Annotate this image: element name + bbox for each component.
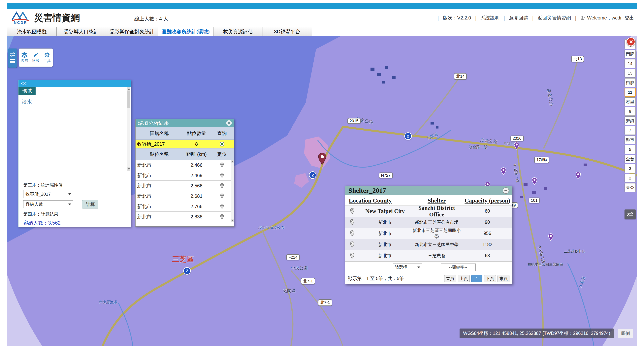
panel-collapse-button[interactable]: <<	[18, 80, 131, 87]
shelter-pin[interactable]	[514, 142, 520, 151]
panel-scrollbar[interactable]	[127, 87, 130, 171]
point-name: 新北市	[136, 162, 183, 168]
town-buildings	[520, 164, 587, 198]
filter-select[interactable]: 請選擇	[393, 264, 422, 271]
rows-scrollbar[interactable]	[231, 160, 234, 222]
place-label: SANJ	[504, 142, 514, 146]
nav-tab[interactable]: 避難收容所統計(環域)	[158, 27, 213, 36]
col-query: 查詢	[210, 127, 234, 140]
zoom-level-button[interactable]: 11	[624, 88, 636, 96]
page-button[interactable]: 首頁	[444, 275, 456, 282]
zoom-level-button[interactable]: 3	[624, 164, 636, 173]
col-point-name: 點位名稱	[136, 148, 183, 160]
zoom-level-button[interactable]: 東亞	[624, 183, 636, 192]
shelter-pin[interactable]	[500, 167, 506, 176]
welcome-text: Welcome，wcdr	[587, 15, 622, 21]
sidebar-collapse-button[interactable]	[8, 48, 17, 68]
point-row: 新北市 2.466	[136, 160, 234, 170]
shelter-pin[interactable]	[548, 233, 554, 242]
zoom-level-button[interactable]: 鄉鎮	[624, 116, 636, 125]
page-title: 災害情資網	[34, 12, 80, 24]
zoom-level-button[interactable]: 5	[624, 145, 636, 154]
attribute-select[interactable]: 容納人數	[23, 200, 73, 208]
shelter-pin[interactable]	[575, 172, 581, 180]
zoom-level-button[interactable]: 7	[624, 126, 636, 135]
shelter-pin[interactable]	[532, 177, 538, 186]
header-link[interactable]: 意見回饋	[500, 15, 528, 21]
scroll-thumb[interactable]	[128, 91, 130, 108]
buffer-panel: << 環域 淡水 第三步：統計屬性值 收容所_2017 容納人數 計算 第四步：…	[18, 80, 131, 227]
scroll-down-button[interactable]	[127, 167, 130, 170]
shelter-table-row: 新北市 新北市立三芝國民中學 1182	[345, 239, 512, 250]
zoom-level-button[interactable]: 14	[624, 59, 636, 68]
locate-pin-icon[interactable]	[210, 204, 234, 209]
shelter-popup-title: Shelter_2017	[348, 187, 386, 194]
keyword-input[interactable]	[441, 264, 476, 271]
calculate-button[interactable]: 計算	[82, 200, 98, 208]
locate-pin-icon[interactable]	[210, 214, 234, 220]
zoom-level-button[interactable]: 9	[624, 107, 636, 116]
selected-layer-row[interactable]: 收容所_2017 8	[136, 140, 234, 148]
zoom-level-button[interactable]: 全台	[624, 154, 636, 163]
shelter-capacity: 60	[462, 208, 512, 214]
location-pin-icon[interactable]	[345, 252, 359, 259]
layer-select[interactable]: 收容所_2017	[23, 190, 73, 198]
location-pin-icon[interactable]	[345, 208, 359, 214]
close-map-button[interactable]	[626, 37, 635, 46]
zoom-level-button[interactable]: 13	[624, 69, 636, 78]
shelter-header-row: Location County Shelter Capacity (person…	[345, 195, 512, 206]
locate-pin-icon[interactable]	[210, 173, 234, 178]
close-icon[interactable]	[226, 120, 232, 126]
zoom-level-button[interactable]: 門牌	[624, 50, 636, 58]
shelter-footer: 顯示第：1 至 5筆，共：5筆 首頁上頁1下頁末頁	[345, 273, 512, 284]
gear-icon	[44, 52, 50, 58]
shelter-table-row: 新北市 新北市三芝區公有市場 90	[345, 217, 512, 228]
locate-pin-icon[interactable]	[210, 194, 234, 199]
minimize-icon[interactable]	[503, 188, 509, 194]
locate-pin-icon[interactable]	[210, 162, 234, 168]
page-button[interactable]: 1	[471, 275, 482, 282]
harbor-label: 六塊厝漁港	[98, 300, 118, 305]
zoom-level-button[interactable]: 縣市	[624, 136, 636, 144]
logout-link[interactable]: 登出	[624, 15, 634, 21]
tools-tool[interactable]: 工具	[43, 52, 51, 64]
location-pin-icon[interactable]	[345, 230, 359, 236]
draw-tool[interactable]: 繪製	[32, 52, 40, 64]
zoom-level-button[interactable]: 街廓	[624, 78, 636, 87]
map-canvas[interactable]: 三芝區 淡金公路 淡金公路 淡金公路 八連溪 八連溪 淡金路一段 SANJ 中山…	[7, 36, 637, 346]
legend-button[interactable]: 圖例	[618, 329, 633, 338]
layer-count: 8	[183, 141, 210, 147]
area-item-tamsui[interactable]: 淡水	[22, 98, 32, 105]
nav-tab[interactable]: 淹水範圍模擬	[7, 27, 56, 36]
basemap-swap-button[interactable]	[624, 210, 636, 219]
scroll-down-button[interactable]	[231, 219, 234, 222]
highway-2-shield: 2	[183, 267, 191, 275]
shelter-popup: Shelter_2017 Location County Shelter Cap…	[345, 186, 512, 284]
nav-tab[interactable]: 受影響人口統計	[56, 27, 106, 36]
page-button[interactable]: 下頁	[484, 275, 496, 282]
shelter-county: 新北市	[359, 253, 411, 259]
locate-pin-icon[interactable]	[210, 183, 234, 188]
zoom-level-button[interactable]: 2	[624, 174, 636, 182]
scroll-up-button[interactable]	[127, 88, 130, 91]
ncdr-logo[interactable]: NCDR	[9, 11, 32, 25]
nav-tab[interactable]: 3D視覺平台	[262, 27, 312, 36]
page-button[interactable]: 末頁	[498, 275, 510, 282]
scroll-up-button[interactable]	[231, 160, 234, 163]
header-link[interactable]: 返回災害情資網	[528, 15, 571, 21]
road-shield: 176縣	[534, 156, 549, 163]
tab-buffer[interactable]: 環域	[18, 87, 36, 95]
layers-tool[interactable]: 圖層	[21, 52, 28, 64]
road-shield: 北13	[571, 56, 584, 62]
selected-point-pin[interactable]	[318, 153, 327, 166]
location-pin-icon[interactable]	[345, 219, 359, 225]
nav-tab[interactable]: 救災資源評估	[213, 27, 262, 36]
query-radio[interactable]	[220, 142, 224, 146]
header-link[interactable]: 版次：V2.2.0	[434, 15, 471, 21]
zoom-level-button[interactable]: 村里	[624, 98, 636, 106]
nav-tab[interactable]: 受影響保全對象統計	[106, 27, 158, 36]
header-link[interactable]: 系統說明	[471, 15, 500, 21]
location-pin-icon[interactable]	[345, 242, 359, 248]
layer-select-value: 收容所_2017	[26, 191, 51, 197]
page-button[interactable]: 上頁	[458, 275, 470, 282]
